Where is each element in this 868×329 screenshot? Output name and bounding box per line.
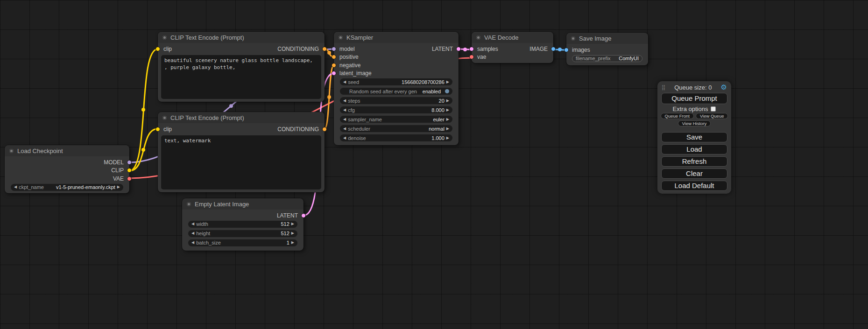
widget-batch-size[interactable]: ◀ batch_size 1 ▶	[188, 239, 297, 246]
right-arrow-icon[interactable]: ▶	[446, 108, 449, 112]
right-arrow-icon[interactable]: ▶	[117, 185, 120, 189]
queue-front-button[interactable]: Queue Front	[661, 113, 694, 119]
input-dot-negative[interactable]	[332, 63, 336, 68]
widget-cfg[interactable]: ◀ cfg 8.000 ▶	[340, 106, 452, 113]
widget-label: steps	[348, 98, 360, 104]
node-title-bar[interactable]: Empty Latent Image	[182, 198, 303, 210]
widget-value: enabled	[423, 89, 441, 94]
prompt-textarea[interactable]: beautiful scenery nature glass bottle la…	[161, 55, 321, 99]
right-arrow-icon[interactable]: ▶	[446, 136, 449, 140]
node-empty-latent-image[interactable]: Empty Latent Image LATENT ◀ width 512 ▶ …	[182, 198, 303, 251]
input-dot-clip[interactable]	[155, 127, 160, 132]
widget-random-seed-toggle[interactable]: Random seed after every gen enabled	[340, 88, 452, 95]
node-title-bar[interactable]: KSampler	[334, 32, 459, 43]
widget-ckpt-name[interactable]: ◀ ckpt_name v1-5-pruned-emaonly.ckpt ▶	[11, 184, 123, 191]
input-slot-clip: clip	[158, 125, 172, 133]
node-clip-text-encode-negative[interactable]: CLIP Text Encode (Prompt) clip CONDITION…	[158, 112, 325, 192]
toggle-dot-icon[interactable]	[445, 89, 449, 93]
right-arrow-icon[interactable]: ▶	[291, 222, 294, 226]
widget-filename-prefix[interactable]: filename_prefix ComfyUI	[572, 55, 642, 62]
left-arrow-icon[interactable]: ◀	[191, 231, 194, 235]
right-arrow-icon[interactable]: ▶	[291, 241, 294, 245]
widget-label: Random seed after every gen	[349, 89, 417, 94]
widget-height[interactable]: ◀ height 512 ▶	[188, 230, 297, 237]
widget-seed[interactable]: ◀ seed 156680208700286 ▶	[340, 78, 452, 85]
node-clip-text-encode-positive[interactable]: CLIP Text Encode (Prompt) clip CONDITION…	[158, 32, 325, 102]
right-arrow-icon[interactable]: ▶	[446, 127, 449, 131]
input-dot-model[interactable]	[332, 47, 336, 51]
widget-scheduler[interactable]: ◀ scheduler normal ▶	[340, 125, 452, 132]
view-queue-button[interactable]: View Queue	[696, 113, 728, 119]
output-dot-image[interactable]	[551, 47, 556, 51]
input-dot-latent-image[interactable]	[332, 71, 336, 76]
output-dot-clip[interactable]	[127, 168, 132, 173]
input-dot-clip[interactable]	[155, 47, 160, 51]
left-arrow-icon[interactable]: ◀	[343, 80, 346, 84]
collapse-toggle-icon[interactable]	[187, 202, 191, 206]
node-title-bar[interactable]: Load Checkpoint	[5, 145, 129, 156]
widget-width[interactable]: ◀ width 512 ▶	[188, 221, 297, 228]
node-title-bar[interactable]: CLIP Text Encode (Prompt)	[158, 112, 325, 123]
clear-button[interactable]: Clear	[661, 168, 727, 179]
extra-options-checkbox[interactable]	[711, 106, 716, 112]
widget-steps[interactable]: ◀ steps 20 ▶	[340, 97, 452, 104]
collapse-toggle-icon[interactable]	[476, 35, 480, 40]
output-dot-vae[interactable]	[127, 176, 132, 181]
right-arrow-icon[interactable]: ▶	[446, 80, 449, 84]
left-arrow-icon[interactable]: ◀	[14, 185, 17, 189]
queue-prompt-button[interactable]: Queue Prompt	[661, 93, 727, 104]
node-vae-decode[interactable]: VAE Decode samples vae IMAGE	[472, 32, 553, 63]
node-title: Load Checkpoint	[17, 147, 63, 154]
left-arrow-icon[interactable]: ◀	[343, 118, 346, 121]
left-arrow-icon[interactable]: ◀	[343, 136, 346, 140]
load-default-button[interactable]: Load Default	[661, 181, 727, 191]
output-slot-conditioning: CONDITIONING	[277, 45, 325, 53]
output-dot-latent[interactable]	[301, 213, 306, 218]
input-slot-model: model	[334, 45, 372, 53]
collapse-toggle-icon[interactable]	[571, 36, 575, 41]
left-arrow-icon[interactable]: ◀	[343, 99, 346, 103]
load-button[interactable]: Load	[661, 144, 727, 154]
output-dot-latent[interactable]	[456, 47, 461, 51]
right-arrow-icon[interactable]: ▶	[446, 99, 449, 103]
widget-denoise[interactable]: ◀ denoise 1.000 ▶	[340, 134, 452, 141]
input-slot-vae: vae	[472, 53, 498, 62]
left-arrow-icon[interactable]: ◀	[343, 127, 346, 131]
view-history-button[interactable]: View History	[678, 120, 711, 126]
slot-label: latent_image	[339, 70, 372, 77]
output-dot-model[interactable]	[127, 160, 132, 165]
input-dot-positive[interactable]	[332, 55, 336, 59]
settings-gear-icon[interactable]: ⚙	[721, 83, 727, 91]
node-title: VAE Decode	[484, 34, 518, 41]
node-title-bar[interactable]: Save Image	[566, 33, 648, 44]
right-arrow-icon[interactable]: ▶	[446, 118, 449, 121]
widget-value: 1.000	[431, 135, 445, 141]
wire-dot-conditioning-negative	[327, 95, 331, 99]
drag-handle-icon[interactable]: ⣿	[662, 84, 665, 91]
collapse-toggle-icon[interactable]	[162, 35, 167, 40]
save-button[interactable]: Save	[661, 132, 727, 142]
node-load-checkpoint[interactable]: Load Checkpoint MODEL CLIP VAE ◀ ckpt_na…	[5, 145, 129, 193]
prompt-textarea[interactable]: text, watermark	[161, 135, 321, 189]
node-title-bar[interactable]: VAE Decode	[472, 32, 553, 43]
input-slot-images: images	[566, 46, 648, 54]
input-dot-samples[interactable]	[469, 47, 474, 51]
collapse-toggle-icon[interactable]	[339, 35, 343, 40]
input-dot-vae[interactable]	[469, 55, 474, 59]
output-dot-conditioning[interactable]	[322, 127, 327, 132]
widget-sampler-name[interactable]: ◀ sampler_name euler ▶	[340, 116, 452, 123]
node-title: Empty Latent Image	[195, 201, 249, 208]
collapse-toggle-icon[interactable]	[162, 116, 167, 120]
left-arrow-icon[interactable]: ◀	[343, 108, 346, 112]
right-arrow-icon[interactable]: ▶	[291, 231, 294, 235]
widget-value: 512	[281, 231, 289, 236]
left-arrow-icon[interactable]: ◀	[191, 222, 194, 226]
node-save-image[interactable]: Save Image images filename_prefix ComfyU…	[566, 33, 648, 65]
node-title-bar[interactable]: CLIP Text Encode (Prompt)	[158, 32, 325, 43]
refresh-button[interactable]: Refresh	[661, 156, 727, 167]
left-arrow-icon[interactable]: ◀	[191, 241, 194, 245]
output-dot-conditioning[interactable]	[322, 47, 327, 51]
node-ksampler[interactable]: KSampler model positive negative latent_…	[334, 32, 459, 145]
collapse-toggle-icon[interactable]	[9, 149, 14, 153]
input-dot-images[interactable]	[564, 48, 569, 52]
